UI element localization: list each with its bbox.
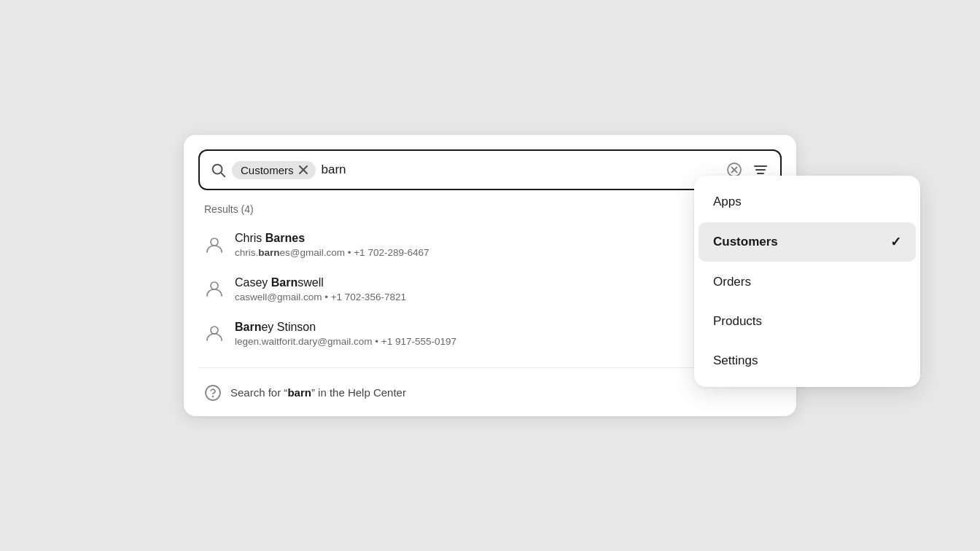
dropdown-item-orders[interactable]: Orders bbox=[699, 263, 916, 301]
help-icon bbox=[204, 384, 222, 402]
svg-point-11 bbox=[211, 282, 218, 289]
person-icon bbox=[204, 278, 225, 299]
svg-point-12 bbox=[211, 327, 218, 334]
dropdown-item-apps[interactable]: Apps bbox=[699, 183, 916, 221]
svg-point-14 bbox=[213, 396, 214, 396]
search-input[interactable] bbox=[322, 163, 720, 177]
filter-chip: Customers bbox=[232, 161, 316, 179]
dropdown-item-label: Settings bbox=[713, 353, 758, 368]
filter-chip-close-button[interactable] bbox=[298, 165, 308, 175]
dropdown-item-label: Products bbox=[713, 314, 762, 329]
person-icon bbox=[204, 323, 225, 343]
search-icon bbox=[210, 162, 226, 178]
svg-point-13 bbox=[206, 386, 220, 400]
result-content: Barney Stinson legen.waitforit.dary@gmai… bbox=[235, 320, 456, 347]
result-detail: caswell@gmail.com • +1 702-356-7821 bbox=[235, 292, 406, 302]
result-name: Barney Stinson bbox=[235, 320, 456, 335]
result-detail: chris.barnes@gmail.com • +1 702-289-6467 bbox=[235, 247, 429, 258]
svg-point-10 bbox=[211, 238, 218, 246]
result-name: Chris Barnes bbox=[235, 231, 429, 246]
dropdown-item-label: Apps bbox=[713, 195, 742, 209]
help-text: Search for “barn” in the Help Center bbox=[230, 386, 406, 399]
dropdown-item-label: Orders bbox=[713, 275, 751, 289]
result-content: Casey Barnswell caswell@gmail.com • +1 7… bbox=[235, 276, 406, 302]
dropdown-item-products[interactable]: Products bbox=[699, 302, 916, 340]
filter-chip-label: Customers bbox=[241, 164, 294, 176]
checkmark-icon: ✓ bbox=[890, 234, 901, 250]
page-wrapper: Customers bbox=[176, 135, 804, 415]
svg-line-1 bbox=[221, 173, 225, 176]
result-detail: legen.waitforit.dary@gmail.com • +1 917-… bbox=[235, 336, 456, 347]
result-name: Casey Barnswell bbox=[235, 276, 406, 291]
result-content: Chris Barnes chris.barnes@gmail.com • +1… bbox=[235, 231, 429, 258]
dropdown-item-label: Customers bbox=[713, 235, 778, 249]
dropdown-item-settings[interactable]: Settings bbox=[699, 342, 916, 380]
filter-dropdown: Apps Customers ✓ Orders Products Setting… bbox=[694, 176, 920, 387]
dropdown-item-customers[interactable]: Customers ✓ bbox=[699, 222, 916, 262]
person-icon bbox=[204, 235, 225, 255]
